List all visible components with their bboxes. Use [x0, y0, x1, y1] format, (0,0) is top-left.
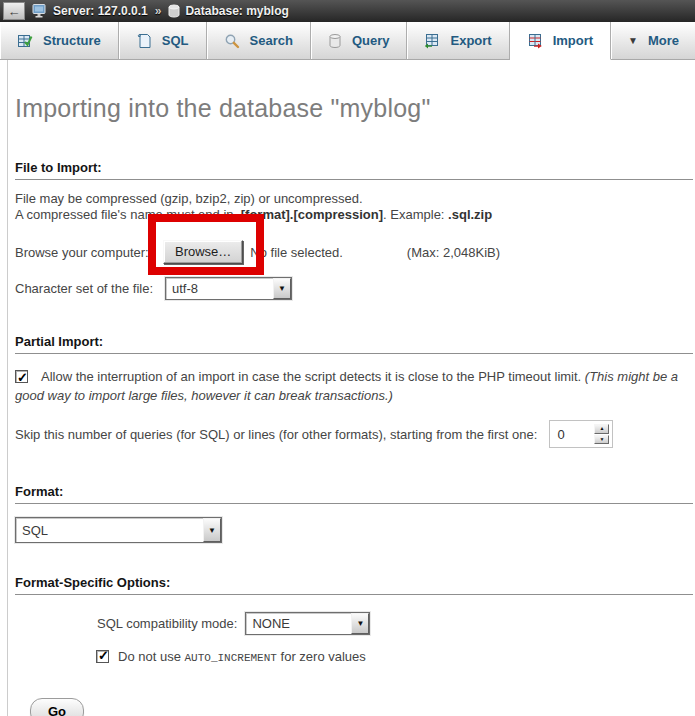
section-heading-file-to-import: File to Import:: [15, 160, 693, 180]
charset-selected-value: utf-8: [166, 278, 204, 299]
sql-icon: [136, 33, 152, 49]
format-select-row: SQL ▼: [15, 517, 693, 543]
import-form: Importing into the database "myblog" Fil…: [0, 93, 695, 716]
auto-increment-row: Do not use AUTO_INCREMENT for zero value…: [96, 649, 693, 664]
tab-structure[interactable]: Structure: [0, 22, 119, 60]
back-button[interactable]: ←: [3, 2, 25, 20]
compression-line: File may be compressed (gzip, bzip2, zip…: [15, 191, 693, 207]
skip-queries-value: 0: [553, 424, 594, 444]
export-icon: [424, 33, 440, 49]
spin-down-button[interactable]: ▼: [594, 435, 609, 445]
section-heading-partial-import: Partial Import:: [15, 334, 693, 354]
tab-label: More: [648, 33, 679, 48]
skip-queries-spinner: ▲ ▼: [594, 424, 609, 444]
sql-compatibility-label: SQL compatibility mode:: [97, 616, 237, 631]
section-heading-format: Format:: [15, 484, 693, 504]
back-arrow-icon: ←: [8, 5, 21, 18]
allow-interruption-row: Allow the interruption of an import in c…: [15, 367, 691, 405]
section-heading-format-specific: Format-Specific Options:: [15, 575, 693, 595]
page-title: Importing into the database "myblog": [15, 93, 693, 123]
go-button[interactable]: Go: [30, 698, 84, 716]
sql-compatibility-row: SQL compatibility mode: NONE ▼: [97, 612, 693, 635]
compression-info: File may be compressed (gzip, bzip2, zip…: [15, 191, 693, 223]
browse-label: Browse your computer:: [15, 245, 163, 260]
structure-icon: [17, 33, 33, 49]
breadcrumb-bar: ← Server: 127.0.0.1 » Database: myblog: [0, 0, 695, 22]
query-icon: [328, 33, 342, 49]
tab-label: Search: [250, 33, 293, 48]
charset-label: Character set of the file:: [15, 281, 165, 296]
tab-label: Import: [553, 33, 593, 48]
dropdown-arrow-icon: ▼: [203, 518, 221, 542]
tab-label: Export: [450, 33, 491, 48]
auto-increment-code: AUTO_INCREMENT: [185, 652, 277, 664]
breadcrumb-server[interactable]: Server: 127.0.0.1: [32, 4, 148, 18]
skip-queries-row: Skip this number of queries (for SQL) or…: [15, 420, 693, 448]
tab-bar: Structure SQL Search Query: [0, 22, 695, 60]
breadcrumb-server-label: Server: 127.0.0.1: [53, 4, 148, 18]
tab-import[interactable]: Import: [510, 22, 611, 60]
auto-increment-text: Do not use AUTO_INCREMENT for zero value…: [118, 649, 366, 664]
tab-export[interactable]: Export: [407, 22, 509, 60]
file-name-rule: A compressed file's name must end in .[f…: [15, 207, 693, 223]
tab-label: Query: [352, 33, 390, 48]
auto-increment-checkbox[interactable]: [96, 650, 109, 663]
spin-up-button[interactable]: ▲: [594, 424, 609, 434]
dropdown-arrow-icon: ▼: [351, 613, 369, 634]
phpmyadmin-import-page: { "topbar": { "back_glyph": "←", "server…: [0, 0, 695, 716]
charset-row: Character set of the file: utf-8 ▼: [15, 277, 693, 300]
browse-row: Browse your computer: Browse… No file se…: [15, 240, 693, 264]
format-select[interactable]: SQL ▼: [15, 517, 222, 543]
search-icon: [224, 33, 240, 49]
database-icon: [168, 4, 180, 18]
server-icon: [32, 4, 48, 18]
tab-search[interactable]: Search: [207, 22, 311, 60]
allow-interruption-text: Allow the interruption of an import in c…: [41, 369, 585, 384]
browse-button[interactable]: Browse…: [163, 240, 243, 264]
tab-more[interactable]: ▼ More: [611, 22, 695, 60]
skip-queries-label: Skip this number of queries (for SQL) or…: [15, 427, 537, 442]
tab-label: SQL: [162, 33, 189, 48]
breadcrumb-separator: »: [155, 4, 162, 18]
format-selected-value: SQL: [16, 518, 54, 542]
no-file-selected-text: No file selected.: [250, 245, 343, 260]
skip-queries-input[interactable]: 0 ▲ ▼: [549, 420, 613, 448]
max-upload-size: (Max: 2,048KiB): [407, 245, 500, 260]
name-rule-example: .sql.zip: [448, 207, 492, 222]
charset-select[interactable]: utf-8 ▼: [165, 277, 292, 300]
tab-sql[interactable]: SQL: [119, 22, 207, 60]
tab-label: Structure: [43, 33, 101, 48]
sql-compatibility-select[interactable]: NONE ▼: [245, 612, 370, 635]
breadcrumb-database-label: Database: myblog: [185, 4, 288, 18]
tab-query[interactable]: Query: [311, 22, 408, 60]
dropdown-arrow-icon: ▼: [273, 278, 291, 299]
name-rule-pattern: .[format].[compression]: [237, 207, 383, 222]
chevron-down-icon: ▼: [628, 35, 638, 46]
import-icon: [527, 33, 543, 49]
name-rule-prefix: A compressed file's name must end in: [15, 207, 237, 222]
sql-compatibility-value: NONE: [246, 613, 296, 634]
name-rule-mid: . Example:: [383, 207, 448, 222]
allow-interruption-checkbox[interactable]: [15, 370, 28, 383]
breadcrumb-database[interactable]: Database: myblog: [168, 4, 288, 18]
